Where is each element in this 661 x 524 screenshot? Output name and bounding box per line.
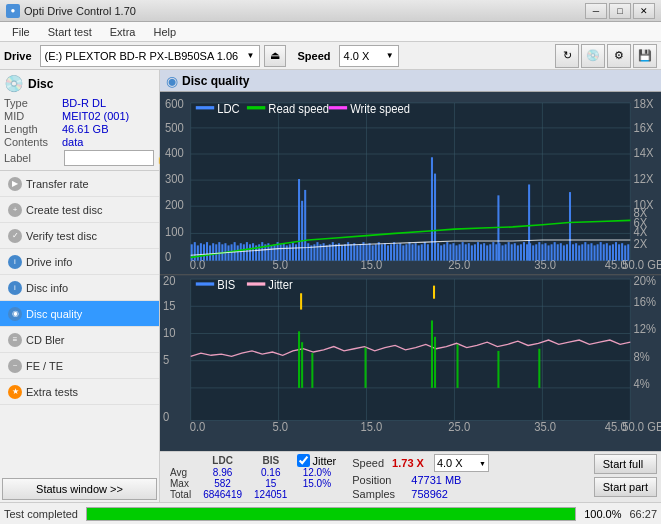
- svg-rect-122: [424, 242, 426, 260]
- svg-rect-151: [520, 244, 522, 260]
- svg-rect-111: [390, 244, 392, 260]
- title-bar: ● Opti Drive Control 1.70 ─ □ ✕: [0, 0, 661, 22]
- svg-rect-89: [323, 243, 325, 260]
- svg-rect-126: [443, 244, 445, 260]
- svg-rect-153: [526, 244, 528, 260]
- svg-rect-108: [381, 244, 383, 260]
- speed-select[interactable]: 4.0 X ▼: [339, 45, 399, 67]
- toolbar-disc-button[interactable]: 💿: [581, 44, 605, 68]
- menu-start-test[interactable]: Start test: [40, 24, 100, 40]
- svg-rect-177: [600, 242, 602, 260]
- svg-rect-182: [615, 242, 617, 260]
- sidebar-nav: ▶ Transfer rate + Create test disc ✓ Ver…: [0, 171, 159, 476]
- menu-file[interactable]: File: [4, 24, 38, 40]
- stats-bar: LDC BIS Jitter Avg 8.96 0.16 12.0%: [160, 451, 661, 502]
- svg-text:15: 15: [163, 298, 176, 311]
- svg-rect-141: [489, 244, 491, 260]
- svg-rect-129: [452, 243, 454, 260]
- toolbar-refresh-button[interactable]: ↻: [555, 44, 579, 68]
- extra-tests-icon: ★: [8, 385, 22, 399]
- svg-rect-69: [252, 243, 254, 260]
- drive-eject-button[interactable]: ⏏: [264, 45, 286, 67]
- svg-rect-19: [329, 106, 347, 109]
- disc-type-label: Type: [4, 97, 62, 109]
- toolbar-save-button[interactable]: 💾: [633, 44, 657, 68]
- svg-rect-174: [590, 243, 592, 260]
- close-button[interactable]: ✕: [633, 3, 655, 19]
- sidebar-item-transfer-rate[interactable]: ▶ Transfer rate: [0, 171, 159, 197]
- disc-type-row: Type BD-R DL: [4, 97, 155, 109]
- svg-rect-170: [578, 245, 580, 260]
- disc-mid-value: MEIT02 (001): [62, 110, 129, 122]
- svg-rect-100: [356, 245, 358, 260]
- svg-rect-72: [261, 242, 263, 260]
- disc-quality-icon: ◉: [8, 307, 22, 321]
- svg-rect-78: [280, 244, 282, 260]
- sidebar-item-disc-info[interactable]: i Disc info: [0, 275, 159, 301]
- maximize-button[interactable]: □: [609, 3, 631, 19]
- svg-rect-176: [597, 244, 599, 260]
- svg-rect-68: [249, 244, 251, 260]
- svg-rect-233: [538, 349, 540, 388]
- sidebar-item-create-test-disc[interactable]: + Create test disc: [0, 197, 159, 223]
- stats-jitter-check: Jitter: [293, 454, 340, 467]
- svg-rect-232: [497, 351, 499, 388]
- svg-rect-123: [427, 244, 429, 260]
- sidebar-item-disc-quality[interactable]: ◉ Disc quality: [0, 301, 159, 327]
- sidebar-item-drive-info[interactable]: i Drive info: [0, 249, 159, 275]
- sidebar-label-fe-te: FE / TE: [26, 360, 63, 372]
- svg-rect-225: [298, 331, 300, 388]
- speed-stat-select[interactable]: 4.0 X ▼: [434, 454, 489, 472]
- sidebar: 💿 Disc Type BD-R DL MID MEIT02 (001) Len…: [0, 70, 160, 502]
- svg-rect-80: [286, 245, 288, 260]
- svg-rect-143: [495, 244, 497, 260]
- drive-select[interactable]: (E:) PLEXTOR BD-R PX-LB950SA 1.06 ▼: [40, 45, 260, 67]
- svg-rect-60: [431, 157, 433, 260]
- svg-rect-112: [393, 242, 395, 260]
- svg-text:18X: 18X: [633, 97, 653, 110]
- svg-rect-132: [462, 242, 464, 260]
- svg-rect-172: [584, 242, 586, 260]
- disc-quality-title: Disc quality: [182, 74, 249, 88]
- drive-info-icon: i: [8, 255, 22, 269]
- sidebar-item-extra-tests[interactable]: ★ Extra tests: [0, 379, 159, 405]
- svg-text:Read speed: Read speed: [268, 101, 329, 114]
- svg-rect-121: [421, 244, 423, 260]
- svg-text:20%: 20%: [633, 273, 656, 286]
- sidebar-item-verify-test-disc[interactable]: ✓ Verify test disc: [0, 223, 159, 249]
- svg-text:15.0: 15.0: [360, 420, 382, 433]
- menu-extra[interactable]: Extra: [102, 24, 144, 40]
- svg-rect-186: [627, 244, 629, 260]
- stats-ldc-max: 582: [197, 478, 248, 489]
- start-part-button[interactable]: Start part: [594, 477, 657, 497]
- svg-rect-189: [569, 192, 571, 261]
- minimize-button[interactable]: ─: [585, 3, 607, 19]
- svg-text:12%: 12%: [633, 322, 656, 335]
- svg-rect-1: [191, 103, 631, 261]
- svg-rect-150: [517, 245, 519, 260]
- svg-rect-59: [304, 190, 306, 261]
- svg-rect-99: [353, 243, 355, 260]
- jitter-checkbox[interactable]: [297, 454, 310, 467]
- svg-rect-48: [203, 244, 205, 260]
- stats-ldc-avg: 8.96: [197, 467, 248, 478]
- charts-area: LDC Read speed Write speed 600 500 400 3…: [160, 92, 661, 451]
- stats-header-bis: BIS: [248, 454, 293, 467]
- stats-avg-label: Avg: [164, 467, 197, 478]
- svg-text:8%: 8%: [633, 349, 649, 362]
- disc-length-label: Length: [4, 123, 62, 135]
- disc-info-header: 💿 Disc: [4, 74, 155, 93]
- svg-rect-228: [434, 337, 436, 388]
- toolbar-settings-button[interactable]: ⚙: [607, 44, 631, 68]
- stats-jitter-avg: 12.0%: [293, 467, 340, 478]
- menu-help[interactable]: Help: [145, 24, 184, 40]
- start-full-button[interactable]: Start full: [594, 454, 657, 474]
- sidebar-item-cd-bler[interactable]: ≡ CD Bler: [0, 327, 159, 353]
- app-title: Opti Drive Control 1.70: [24, 5, 136, 17]
- bottom-bar: Test completed 100.0% 66:27: [0, 502, 661, 524]
- sidebar-label-transfer-rate: Transfer rate: [26, 178, 89, 190]
- svg-rect-180: [609, 245, 611, 260]
- status-window-button[interactable]: Status window >>: [2, 478, 157, 500]
- disc-label-input[interactable]: [64, 150, 154, 166]
- sidebar-item-fe-te[interactable]: ~ FE / TE: [0, 353, 159, 379]
